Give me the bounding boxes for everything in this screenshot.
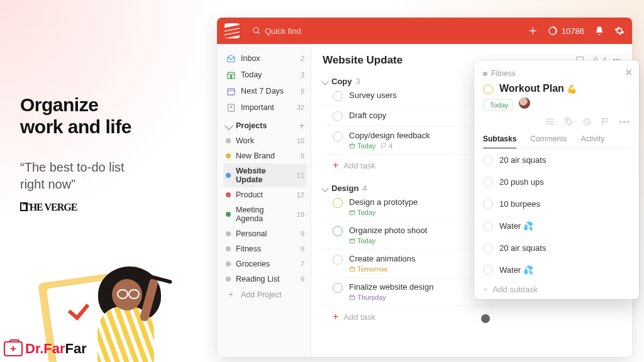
svg-rect-17 (350, 239, 355, 243)
subtask-checkbox[interactable] (483, 199, 493, 209)
subtasks-icon[interactable] (546, 117, 555, 127)
task-checkbox[interactable] (333, 226, 343, 236)
projects-header[interactable]: Projects + (223, 116, 307, 133)
add-project-button[interactable]: +Add Project (223, 287, 307, 303)
hero-quote: “The best to-do list right now” (20, 159, 209, 193)
filter-icon (226, 53, 236, 63)
sidebar-filter-today[interactable]: 5 Today 3 (223, 67, 307, 83)
subtask-checkbox[interactable] (483, 155, 493, 165)
project-color-icon (226, 246, 231, 251)
filter-icon (226, 86, 236, 96)
subtask-checkbox[interactable] (483, 221, 493, 231)
subtask-row[interactable]: Water 💦 (483, 259, 630, 281)
app-logo-icon[interactable] (225, 23, 240, 38)
subtask-row[interactable]: 10 burpees (483, 193, 630, 215)
project-color-icon (226, 173, 231, 178)
subtask-row[interactable]: 20 air squats (483, 237, 630, 259)
notifications-icon[interactable] (594, 26, 604, 36)
add-project-icon[interactable]: + (299, 121, 304, 131)
cursor-dot (481, 314, 490, 323)
label-icon[interactable] (564, 117, 574, 127)
sidebar-filter-inbox[interactable]: Inbox 2 (223, 50, 307, 67)
task-checkbox[interactable] (333, 198, 343, 208)
task-detail-card: ✕ Fitness Workout Plan 💪 Today ••• Subta… (474, 60, 639, 299)
subtask-checkbox[interactable] (483, 177, 493, 187)
task-checkbox[interactable] (333, 283, 343, 293)
svg-rect-21 (350, 295, 355, 300)
svg-text:5: 5 (230, 74, 231, 78)
verge-logo: THE VERGE (20, 202, 209, 213)
svg-point-28 (547, 119, 548, 119)
search-placeholder: Quick find (265, 26, 301, 36)
sidebar-project-reading list[interactable]: Reading List 9 (223, 272, 307, 287)
settings-icon[interactable] (614, 26, 625, 36)
svg-line-34 (587, 122, 589, 123)
karma-indicator[interactable]: 10786 (548, 26, 584, 36)
app-topbar: Quick find 10786 (217, 18, 632, 44)
svg-point-31 (567, 119, 568, 121)
filter-icon (226, 102, 236, 112)
sidebar-filter-important[interactable]: Important 32 (223, 99, 307, 116)
karma-points: 10786 (562, 26, 584, 36)
task-checkbox[interactable] (333, 111, 343, 121)
subtask-row[interactable]: Water 💦 (483, 215, 630, 237)
detail-title: Workout Plan 💪 (499, 83, 577, 94)
reminder-icon[interactable] (582, 117, 592, 127)
sidebar-filter-next 7 days[interactable]: Next 7 Days 8 (223, 83, 307, 99)
watermark: + Dr.FarFar (4, 341, 87, 357)
add-button[interactable] (528, 26, 538, 36)
sidebar: Inbox 2 5 Today 3 Next 7 Days 8 Importan… (217, 44, 311, 357)
tab-subtasks[interactable]: Subtasks (483, 134, 516, 148)
project-color-icon (226, 192, 231, 197)
subtask-checkbox[interactable] (483, 265, 493, 275)
task-checkbox[interactable] (333, 255, 343, 265)
task-checkbox[interactable] (333, 91, 343, 101)
search-input[interactable]: Quick find (246, 23, 340, 39)
svg-point-30 (547, 124, 548, 124)
subtask-checkbox[interactable] (483, 243, 493, 253)
sidebar-project-work[interactable]: Work 10 (223, 133, 307, 148)
add-task-button[interactable]: +Add task (323, 306, 621, 325)
sidebar-project-website update[interactable]: Website Update 11 (223, 163, 307, 187)
project-color-icon (226, 261, 231, 266)
project-color-icon (226, 153, 231, 158)
sidebar-project-personal[interactable]: Personal 9 (223, 226, 307, 241)
svg-rect-15 (350, 211, 355, 215)
sidebar-project-groceries[interactable]: Groceries 7 (223, 256, 307, 272)
sidebar-project-new brand[interactable]: New Brand 9 (223, 148, 307, 163)
project-color-icon (226, 277, 231, 282)
project-color-icon (226, 231, 231, 236)
hero-headline: Organize work and life (20, 94, 209, 138)
close-icon[interactable]: ✕ (625, 67, 633, 79)
sidebar-project-meeting agenda[interactable]: Meeting Agenda 18 (223, 202, 307, 226)
tab-activity[interactable]: Activity (580, 134, 604, 148)
svg-rect-19 (350, 267, 355, 272)
subtask-row[interactable]: 20 push ups (483, 171, 630, 193)
svg-point-11 (230, 106, 232, 108)
project-color-icon (226, 212, 231, 217)
tab-comments[interactable]: Comments (530, 134, 567, 148)
project-color-icon (226, 138, 231, 143)
svg-point-29 (547, 121, 548, 122)
task-checkbox[interactable] (333, 131, 343, 141)
svg-rect-8 (227, 89, 234, 95)
sidebar-project-fitness[interactable]: Fitness 8 (223, 241, 307, 256)
subtask-row[interactable]: 20 air squats (483, 149, 630, 171)
detail-more-icon[interactable]: ••• (619, 117, 630, 127)
add-subtask-button[interactable]: +Add subtask (483, 281, 630, 294)
filter-icon: 5 (226, 70, 236, 80)
svg-rect-13 (350, 144, 355, 148)
hero-illustration (69, 253, 195, 362)
svg-line-1 (258, 32, 260, 34)
svg-point-0 (253, 28, 258, 33)
flag-icon[interactable] (601, 117, 610, 127)
assignee-avatar[interactable] (519, 97, 530, 109)
task-checkbox[interactable] (483, 84, 493, 94)
sidebar-project-product[interactable]: Product 12 (223, 187, 307, 202)
detail-breadcrumb[interactable]: Fitness (483, 69, 630, 78)
due-chip[interactable]: Today (483, 99, 513, 111)
